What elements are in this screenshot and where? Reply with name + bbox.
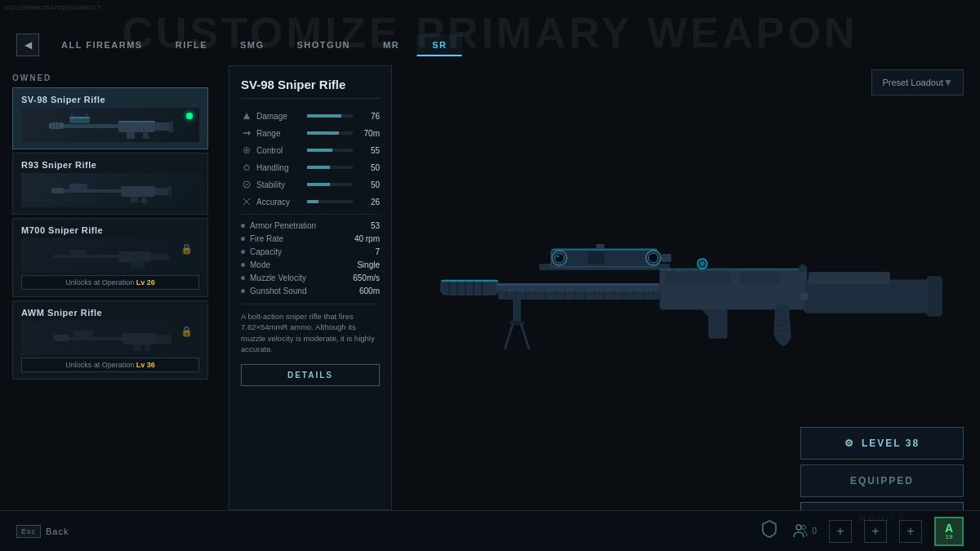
tab-shotgun[interactable]: SHOTGUN bbox=[282, 34, 367, 56]
stat-value-handling: 50 bbox=[357, 163, 380, 172]
unlock-badge-m700: Unlocks at Operation Lv 26 bbox=[21, 275, 199, 290]
svg-rect-24 bbox=[131, 262, 138, 268]
tab-other[interactable] bbox=[464, 39, 495, 51]
svg-line-91 bbox=[505, 324, 513, 349]
tab-smg[interactable]: SMG bbox=[225, 34, 280, 56]
detail-label-fire-rate: Fire Rate bbox=[250, 234, 354, 243]
weapon-item-awm[interactable]: AWM Sniper Rifle 🔒 Unlocks at Operation … bbox=[12, 300, 208, 380]
tab-mr[interactable]: MR bbox=[368, 34, 415, 56]
plus-btn-3[interactable]: + bbox=[899, 520, 922, 543]
weapon-stats-title: SV-98 Sniper Rifle bbox=[241, 78, 380, 99]
svg-rect-13 bbox=[118, 121, 155, 122]
svg-rect-105 bbox=[927, 277, 942, 316]
range-icon bbox=[241, 127, 252, 139]
plus-btn-2[interactable]: + bbox=[864, 520, 887, 543]
accuracy-icon bbox=[241, 196, 252, 207]
weapon-item-m700[interactable]: M700 Sniper Rifle 🔒 Unlocks at Operation… bbox=[12, 218, 208, 297]
main-content: OWNED SV-98 Sniper Rifle bbox=[0, 65, 980, 510]
weapon-3d-svg bbox=[425, 174, 956, 402]
lock-icon-awm: 🔒 bbox=[180, 326, 193, 337]
svg-rect-37 bbox=[244, 166, 249, 170]
plus-btn-1[interactable]: + bbox=[829, 520, 852, 543]
weapon-name-r93: R93 Sniper Rifle bbox=[21, 160, 199, 170]
svg-point-54 bbox=[555, 253, 564, 263]
detail-dot-gunshot-sound bbox=[241, 289, 245, 293]
svg-rect-17 bbox=[121, 186, 155, 197]
tab-rifle[interactable]: RIFLE bbox=[160, 34, 223, 56]
detail-dot-fire-rate bbox=[241, 237, 245, 241]
detail-value-armor-pen: 53 bbox=[371, 221, 380, 230]
nav-back-icon-btn[interactable]: ◀ bbox=[16, 33, 39, 56]
svg-line-92 bbox=[521, 324, 529, 349]
svg-rect-94 bbox=[551, 249, 657, 251]
svg-rect-8 bbox=[118, 121, 155, 132]
stat-value-range: 70m bbox=[357, 129, 380, 138]
back-button[interactable]: Esc Back bbox=[16, 525, 69, 538]
detail-value-gunshot-sound: 600m bbox=[359, 287, 380, 295]
detail-dot-capacity bbox=[241, 250, 245, 254]
weapon-name-awm: AWM Sniper Rifle bbox=[21, 308, 199, 318]
svg-rect-23 bbox=[118, 251, 151, 262]
bottom-bar: Esc Back 0 + + + A 19 bbox=[0, 510, 980, 551]
stat-value-control: 55 bbox=[357, 146, 380, 155]
preset-dropdown[interactable]: Preset Loadout ▼ bbox=[871, 69, 964, 96]
details-button[interactable]: DETAILS bbox=[241, 364, 380, 386]
unlock-lv-m700: Lv 26 bbox=[136, 278, 155, 287]
stat-bar-handling bbox=[307, 166, 354, 169]
stat-bar-range bbox=[307, 131, 354, 135]
detail-value-mode: Single bbox=[357, 260, 380, 269]
svg-rect-30 bbox=[133, 344, 141, 351]
svg-rect-12 bbox=[69, 117, 90, 118]
svg-rect-97 bbox=[709, 309, 727, 338]
svg-rect-18 bbox=[131, 197, 138, 202]
svg-rect-15 bbox=[51, 188, 64, 193]
svg-rect-28 bbox=[74, 331, 93, 337]
svg-rect-27 bbox=[53, 335, 69, 341]
svg-rect-95 bbox=[660, 269, 807, 270]
svg-rect-16 bbox=[69, 184, 87, 189]
stat-label-control: Control bbox=[256, 146, 303, 155]
unlock-badge-awm: Unlocks at Operation Lv 36 bbox=[21, 358, 199, 372]
svg-rect-9 bbox=[127, 132, 135, 139]
detail-label-mode: Mode bbox=[250, 260, 357, 269]
svg-point-40 bbox=[246, 184, 247, 185]
detail-value-capacity: 7 bbox=[375, 247, 380, 256]
tab-all-firearms[interactable]: ALL FIREARMS bbox=[46, 34, 158, 56]
weapon-display bbox=[400, 65, 980, 510]
lock-icon-m700: 🔒 bbox=[180, 243, 193, 255]
detail-row-gunshot-sound: Gunshot Sound 600m bbox=[241, 287, 380, 295]
svg-rect-89 bbox=[513, 300, 521, 324]
control-icon bbox=[241, 144, 252, 156]
weapon-item-r93[interactable]: R93 Sniper Rifle bbox=[12, 153, 208, 215]
damage-icon bbox=[241, 110, 252, 122]
bottom-icons: 0 + + + A 19 bbox=[760, 517, 964, 546]
weapon-list-panel: OWNED SV-98 Sniper Rifle bbox=[0, 65, 220, 510]
svg-point-58 bbox=[648, 253, 658, 263]
nav-tabs: ALL FIREARMS RIFLE SMG SHOTGUN MR SR bbox=[46, 34, 495, 56]
weapon-img-m700: 🔒 bbox=[21, 238, 199, 273]
detail-dot-mode bbox=[241, 263, 245, 267]
detail-row-muzzle-vel: Muzzle Velocity 650m/s bbox=[241, 273, 380, 282]
stat-label-stability: Stability bbox=[256, 180, 303, 189]
people-icon[interactable]: 0 bbox=[791, 522, 817, 540]
stability-icon bbox=[241, 179, 252, 190]
detail-dot-muzzle-vel bbox=[241, 276, 245, 280]
svg-point-106 bbox=[800, 292, 808, 300]
shield-icon[interactable] bbox=[760, 519, 779, 543]
weapon-item-sv98[interactable]: SV-98 Sniper Rifle bbox=[12, 87, 208, 149]
tab-sr[interactable]: SR bbox=[416, 34, 462, 56]
stat-value-stability: 50 bbox=[357, 180, 380, 189]
stat-label-damage: Damage bbox=[256, 112, 303, 121]
svg-point-108 bbox=[799, 264, 807, 273]
stat-row-damage: Damage 76 bbox=[241, 110, 380, 122]
xp-badge: A 19 bbox=[934, 517, 964, 546]
detail-label-muzzle-vel: Muzzle Velocity bbox=[250, 273, 353, 282]
weapon-img-r93 bbox=[21, 173, 199, 207]
xp-letter: A bbox=[945, 522, 953, 534]
weapon-description: A bolt-action sniper rifle that fires 7.… bbox=[241, 304, 380, 354]
svg-rect-93 bbox=[441, 280, 498, 282]
unlock-lv-awm: Lv 36 bbox=[136, 361, 155, 369]
svg-rect-60 bbox=[662, 254, 671, 262]
uid-text: UID:1058080794703938180011T bbox=[4, 4, 101, 11]
svg-rect-103 bbox=[804, 280, 931, 313]
